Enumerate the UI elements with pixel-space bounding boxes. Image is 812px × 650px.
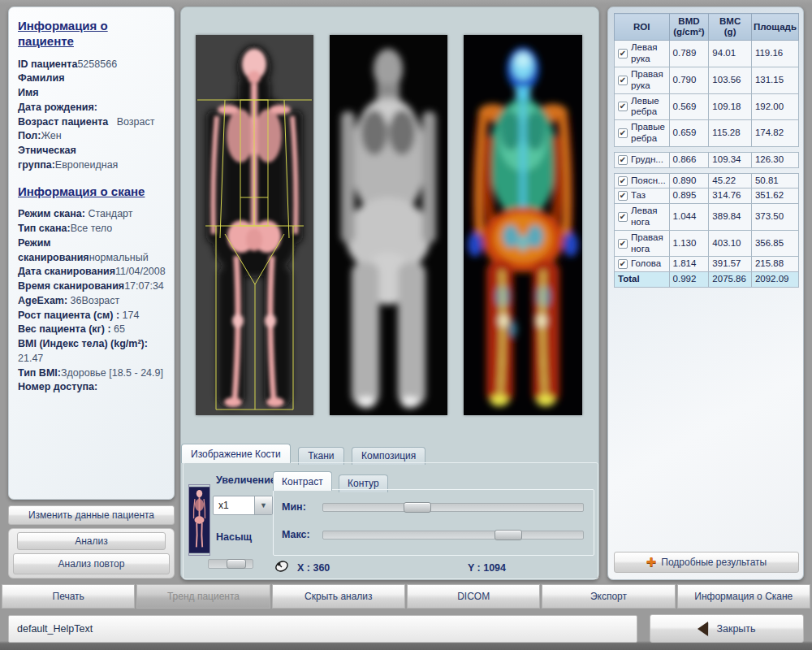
action-button-печать[interactable]: Печать [2, 584, 135, 609]
roi-value: 131.15 [751, 67, 798, 94]
patient-fields: ID пациента5258566ФамилияИмяДата рождени… [18, 58, 166, 173]
action-button-dicom[interactable]: DICOM [407, 584, 540, 609]
table-row: ✔Правая нога1.130403.10356.85 [615, 230, 799, 257]
roi-value: 403.10 [709, 230, 752, 257]
help-text-field[interactable]: default_HelpText [8, 615, 637, 643]
min-slider[interactable] [322, 503, 584, 512]
roi-checkbox-checked-icon[interactable]: ✔ [618, 155, 628, 165]
scan-thumbnail-image[interactable] [188, 484, 210, 556]
roi-value: 109.34 [709, 152, 752, 167]
image-control-panel: Увеличение x1 ▼ Насыщ Контр [183, 462, 598, 579]
detailed-results-label: Подробные результаты [661, 557, 767, 568]
roi-name: Правая нога [631, 232, 666, 255]
roi-value: 174.82 [751, 120, 798, 147]
roi-checkbox-checked-icon[interactable]: ✔ [618, 128, 628, 138]
roi-value: 1.130 [669, 230, 709, 257]
roi-value: 109.18 [709, 93, 752, 120]
roi-value: 373.50 [751, 204, 798, 231]
roi-value: 1.814 [669, 257, 709, 272]
info-field: Этническая группа:Европеидная [18, 144, 166, 173]
close-button[interactable]: Закрыть [650, 614, 804, 643]
info-field: AgeExam: 36Возраст [18, 294, 166, 309]
roi-value: 119.16 [751, 41, 798, 67]
composition-scan-image[interactable] [464, 35, 582, 415]
column-header: Площадь [751, 14, 798, 41]
max-label: Макс: [282, 529, 310, 540]
roi-value: 0.569 [669, 93, 709, 120]
info-field: Номер доступа: [18, 380, 166, 395]
roi-value: 0.659 [669, 120, 709, 147]
roi-value: 0.789 [669, 41, 709, 67]
info-field: Дата сканирования11/04/2008 [18, 265, 166, 280]
max-slider[interactable] [322, 531, 584, 540]
total-value: 2092.09 [751, 272, 798, 288]
action-button-тренд-пациента[interactable]: Тренд пациента [136, 584, 270, 609]
roi-checkbox-checked-icon[interactable]: ✔ [618, 76, 628, 85]
saturation-label: Насыщ [216, 531, 252, 543]
action-bar: ПечатьТренд пациентаСкрыть анализDICOMЭк… [2, 584, 810, 609]
mouse-y-coordinate: Y : 1094 [468, 562, 506, 574]
bone-scan-image[interactable] [196, 35, 313, 415]
roi-value: 94.01 [709, 41, 752, 67]
min-label: Мин: [282, 501, 306, 513]
roi-checkbox-checked-icon[interactable]: ✔ [618, 49, 628, 58]
table-row: ✔Левая рука0.78994.01119.16 [615, 41, 799, 67]
info-field: Пол:Жен [18, 129, 166, 144]
zoom-dropdown-value: x1 [214, 496, 254, 514]
action-button-информация-о-скане[interactable]: Информация о Скане [677, 584, 810, 609]
info-field: Дата рождения: [18, 101, 166, 115]
info-field: Тип скана:Все тело [18, 222, 166, 236]
action-button-экспорт[interactable]: Экспорт [542, 584, 675, 609]
column-header: BMD(g/cm²) [669, 14, 709, 41]
adjust-subtabstrip: Контраст Контур [273, 471, 388, 491]
info-field: Фамилия [18, 72, 166, 86]
roi-checkbox-checked-icon[interactable]: ✔ [618, 239, 628, 249]
roi-value: 356.85 [751, 230, 798, 257]
reanalysis-button[interactable]: Анализ повтор [13, 553, 170, 574]
back-arrow-icon [698, 622, 708, 636]
table-row: ✔Правые ребра0.659115.28174.82 [615, 120, 799, 147]
mouse-x-coordinate: X : 360 [297, 562, 330, 574]
roi-checkbox-checked-icon[interactable]: ✔ [618, 259, 628, 269]
table-row: ✔Поясн...0.89045.2250.81 [615, 173, 799, 188]
saturation-slider-thumb[interactable] [227, 559, 246, 569]
table-row: ✔Левая нога1.044389.84373.50 [615, 204, 799, 231]
mouse-icon [274, 561, 289, 572]
roi-checkbox-checked-icon[interactable]: ✔ [618, 176, 628, 186]
roi-value: 0.790 [669, 67, 709, 94]
application-window: Информация о пациенте ID пациента5258566… [0, 0, 812, 650]
column-header: ROI [615, 14, 670, 41]
tab-bone-image[interactable]: Изображение Кости [181, 444, 291, 463]
viewer-panel: Изображение Кости Ткани Композиция Увели… [180, 6, 599, 580]
info-field: Возраст пациента Возраст [18, 115, 166, 130]
detailed-results-button[interactable]: ✚ Подробные результаты [614, 552, 799, 573]
info-field: Время сканирования17:07:34 [18, 280, 166, 294]
max-slider-thumb[interactable] [495, 530, 522, 540]
edit-patient-button[interactable]: Изменить данные пациента [8, 505, 175, 525]
zoom-dropdown[interactable]: x1 ▼ [213, 496, 273, 515]
roi-name: Поясн... [631, 176, 666, 187]
roi-value: 314.76 [709, 188, 752, 204]
dropdown-arrow-icon[interactable]: ▼ [254, 496, 272, 514]
min-slider-thumb[interactable] [404, 502, 431, 513]
results-panel: ROIBMD(g/cm²)BMC(g)Площадь ✔Левая рука0.… [607, 6, 804, 580]
roi-name: Правая рука [631, 69, 666, 92]
roi-value: 115.28 [709, 120, 752, 147]
roi-checkbox-checked-icon[interactable]: ✔ [618, 191, 628, 201]
total-value: 2075.86 [709, 272, 752, 288]
close-button-label: Закрыть [716, 623, 755, 635]
analysis-button[interactable]: Анализ [17, 532, 166, 550]
info-field: Режим сканированиянормальный [18, 236, 166, 266]
subtab-contrast[interactable]: Контраст [273, 471, 332, 491]
saturation-slider[interactable] [208, 559, 253, 569]
tissue-scan-image[interactable] [330, 35, 447, 415]
patient-info-panel: Информация о пациенте ID пациента5258566… [8, 6, 175, 500]
roi-checkbox-checked-icon[interactable]: ✔ [618, 102, 628, 111]
roi-name: Голова [631, 258, 661, 270]
viewer-tabstrip: Изображение Кости Ткани Композиция [181, 444, 598, 462]
roi-checkbox-checked-icon[interactable]: ✔ [618, 212, 628, 222]
table-row: ✔Таз0.895314.76351.62 [615, 188, 799, 204]
info-field: BMI (Индекс тела) (kg/m²): 21.47 [18, 337, 166, 366]
action-button-скрыть-анализ[interactable]: Скрыть анализ [272, 584, 405, 609]
info-field: ID пациента5258566 [18, 58, 166, 72]
